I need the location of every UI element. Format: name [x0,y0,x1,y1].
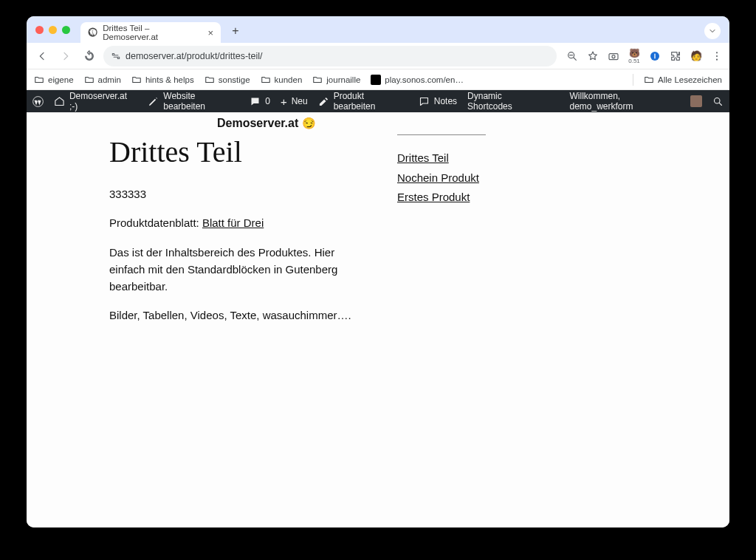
wp-new-label: Neu [292,96,308,106]
bookmark-label: journaille [326,75,360,84]
bookmark-folder[interactable]: sonstige [205,75,250,85]
svg-point-7 [716,55,718,56]
address-bar[interactable]: demoserver.at/produkt/drittes-teil/ [103,46,557,66]
wp-site-link[interactable]: Demoserver.at ;-) [54,91,137,112]
bookmark-label: sonstige [219,75,250,84]
post-title: Drittes Teil [109,134,353,169]
svg-point-10 [715,98,721,103]
extensions-puzzle-icon[interactable] [669,49,682,63]
wp-dynamic-shortcodes[interactable]: Dynamic Shortcodes [467,91,549,112]
datasheet-link[interactable]: Blatt für Drei [202,216,264,229]
wp-notes-label: Notes [434,96,457,106]
bookmark-folder[interactable]: eigene [34,75,74,85]
bookmark-folder[interactable]: hints & helps [131,75,194,85]
sidebar-nav-link[interactable]: Drittes Teil [397,150,545,167]
wp-edit-site[interactable]: Website bearbeiten [148,91,239,112]
bookmark-folder[interactable]: journaille [312,75,360,85]
svg-point-8 [716,58,718,60]
tab-list-button[interactable] [704,23,721,39]
post-main: Drittes Teil 333333 Produktdatenblatt: B… [109,134,353,336]
all-bookmarks-button[interactable]: Alle Lesezeichen [644,75,722,85]
wp-admin-bar: Demoserver.at ;-) Website bearbeiten 0 +… [27,90,729,112]
browser-toolbar: demoserver.at/produkt/drittes-teil/ 🐻 0.… [27,43,729,69]
avatar-icon [690,95,702,107]
site-title-text: Demoserver.at [217,117,298,130]
maximize-window-button[interactable] [62,26,70,34]
close-window-button[interactable] [35,26,44,34]
sidebar-nav: Drittes Teil Nochein Produkt Erstes Prod… [397,150,545,206]
post-paragraph: Das ist der Inhaltsbereich des Produktes… [109,244,353,296]
zoom-badge: 0.51 [628,58,640,64]
url-text: demoserver.at/produkt/drittes-teil/ [126,51,263,61]
bookmark-item[interactable]: play.sonos.com/en… [371,75,464,85]
forward-button[interactable] [56,47,75,66]
tab-strip: Drittes Teil – Demoserver.at × + [27,16,729,43]
browser-window: Drittes Teil – Demoserver.at × + demoser… [27,16,729,527]
bookmark-label: kunden [275,75,303,84]
back-button[interactable] [32,47,52,66]
sidebar-nav-link[interactable]: Erstes Produkt [397,189,545,206]
svg-point-9 [33,96,44,106]
extension-onepassword-icon[interactable] [648,49,662,63]
svg-rect-2 [609,53,618,59]
svg-point-3 [612,55,615,58]
bookmark-folder[interactable]: kunden [261,75,303,85]
bookmark-label: play.sonos.com/en… [385,75,464,84]
wp-search[interactable] [712,96,724,107]
bookmarks-bar: eigene admin hints & helps sonstige kund… [27,69,729,90]
extension-bear-icon[interactable]: 🐻 0.51 [628,49,641,63]
wordpress-favicon-icon [88,27,97,38]
wp-welcome-text: Willkommen, demo_werkform [569,91,686,112]
wp-dynamic-label: Dynamic Shortcodes [467,91,549,112]
bookmark-label: hints & helps [145,75,194,84]
reload-button[interactable] [80,47,99,66]
bookmark-folder[interactable]: admin [84,75,121,85]
datasheet-label: Produktdatenblatt: [109,216,202,229]
window-controls [35,26,70,34]
extension-icons: 🐻 0.51 🧑 [566,49,724,63]
post-paragraph: Bilder, Tabellen, Videos, Texte, wasauch… [109,307,353,324]
post-datasheet: Produktdatenblatt: Blatt für Drei [109,214,353,231]
wp-notes[interactable]: Notes [419,96,457,107]
svg-rect-5 [654,53,655,58]
wp-edit-product[interactable]: Produkt bearbeiten [318,91,408,112]
sidebar-nav-link[interactable]: Nochein Produkt [397,170,545,187]
site-settings-icon[interactable] [111,51,121,61]
post-number: 333333 [109,185,353,202]
sidebar: Drittes Teil Nochein Produkt Erstes Prod… [397,134,545,336]
bookmark-label: eigene [48,75,74,84]
menu-dots-icon[interactable] [710,49,724,63]
zoom-icon[interactable] [566,49,579,63]
wp-edit-product-label: Produkt bearbeiten [334,91,408,112]
page-content: Demoserver.at 😏 Drittes Teil 333333 Prod… [27,112,729,527]
bookmark-label: admin [98,75,121,84]
divider [633,74,633,86]
wp-logo-menu[interactable] [32,96,44,107]
tab-title: Drittes Teil – Demoserver.at [103,24,201,41]
bookmark-label: Alle Lesezeichen [658,75,722,84]
smirk-emoji-icon: 😏 [302,117,316,130]
extension-camera-icon[interactable] [607,49,620,63]
wp-edit-site-label: Website bearbeiten [163,91,239,112]
wp-comments-count: 0 [265,96,270,106]
site-title[interactable]: Demoserver.at 😏 [217,117,316,130]
new-tab-button[interactable]: + [227,22,244,40]
wp-comments[interactable]: 0 [250,96,270,107]
wp-account-menu[interactable]: Willkommen, demo_werkform [569,91,702,112]
minimize-window-button[interactable] [49,26,57,34]
bookmark-star-icon[interactable] [586,49,599,63]
close-tab-icon[interactable]: × [207,27,213,38]
wp-site-name: Demoserver.at ;-) [69,91,137,112]
browser-tab[interactable]: Drittes Teil – Demoserver.at × [80,22,221,43]
profile-avatar-icon[interactable]: 🧑 [690,49,703,63]
svg-point-6 [716,52,718,53]
wp-new-menu[interactable]: + Neu [281,95,308,108]
sidebar-divider [397,134,486,135]
